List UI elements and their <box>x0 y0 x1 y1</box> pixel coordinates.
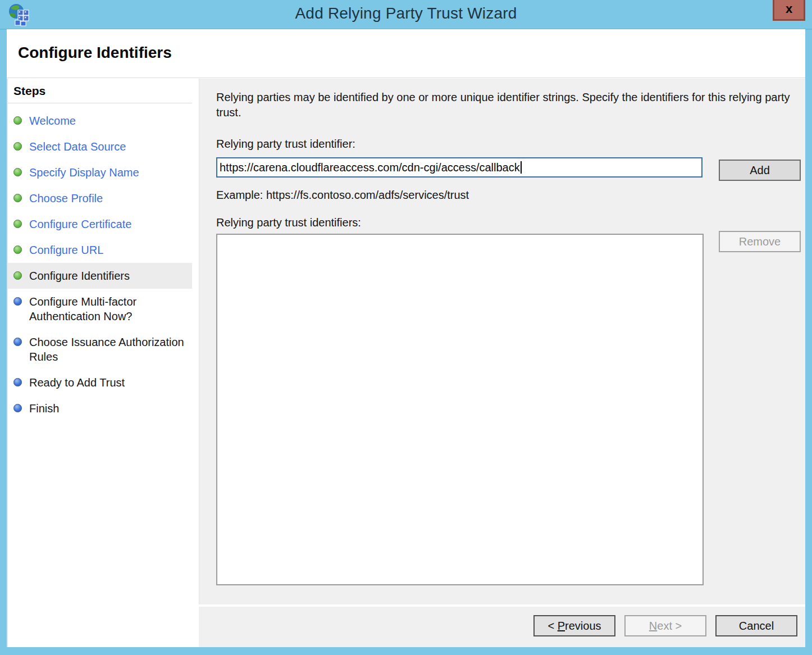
sidebar-step[interactable]: Select Data Source <box>8 134 192 160</box>
identifier-label: Relying party trust identifier: <box>216 138 355 151</box>
step-status-dot <box>13 271 22 280</box>
window-title: Add Relying Party Trust Wizard <box>0 4 812 22</box>
steps-sidebar: Steps WelcomeSelect Data SourceSpecify D… <box>7 79 192 647</box>
steps-heading: Steps <box>8 79 192 103</box>
step-label: Welcome <box>29 113 76 128</box>
sidebar-step[interactable]: Configure Certificate <box>8 211 192 237</box>
step-status-dot <box>13 297 22 306</box>
step-label: Choose Profile <box>29 191 103 206</box>
sidebar-step[interactable]: Configure URL <box>8 237 192 263</box>
wizard-content: Configure Identifiers Steps WelcomeSelec… <box>7 29 805 647</box>
configure-identifiers-panel: Relying parties may be identified by one… <box>199 79 805 604</box>
main-area: Relying parties may be identified by one… <box>192 79 805 647</box>
previous-button[interactable]: < Previous <box>533 615 615 636</box>
identifier-input[interactable]: https://carena.cloudflareaccess.com/cdn-… <box>216 157 702 178</box>
step-label: Finish <box>29 401 59 416</box>
identifiers-listbox[interactable] <box>216 234 704 585</box>
sidebar-step: Configure Identifiers <box>8 263 192 289</box>
remove-button: Remove <box>719 231 801 252</box>
step-label: Choose Issuance Authorization Rules <box>29 335 188 364</box>
text-caret <box>521 161 522 174</box>
step-status-dot <box>13 245 22 254</box>
sidebar-step[interactable]: Specify Display Name <box>8 160 192 185</box>
add-button[interactable]: Add <box>719 160 801 181</box>
page-title: Configure Identifiers <box>18 44 172 62</box>
close-button[interactable]: x <box>773 0 805 21</box>
step-status-dot <box>13 220 22 228</box>
step-status-dot <box>13 168 22 176</box>
step-label: Configure Multi-factor Authentication No… <box>29 294 188 324</box>
sidebar-step[interactable]: Welcome <box>8 108 192 134</box>
step-label: Configure Identifiers <box>29 269 130 283</box>
sidebar-step: Ready to Add Trust <box>8 370 192 395</box>
example-text: Example: https://fs.contoso.com/adfs/ser… <box>216 189 469 202</box>
identifier-input-value: https://carena.cloudflareaccess.com/cdn-… <box>220 161 520 174</box>
step-status-dot <box>13 142 22 151</box>
footer-bar: < Previous Next > Cancel <box>199 607 805 647</box>
sidebar-step: Finish <box>8 395 192 421</box>
cancel-button[interactable]: Cancel <box>715 615 797 636</box>
steps-list: WelcomeSelect Data SourceSpecify Display… <box>8 103 192 421</box>
sidebar-step: Configure Multi-factor Authentication No… <box>8 289 192 329</box>
intro-text: Relying parties may be identified by one… <box>216 90 795 120</box>
step-label: Configure URL <box>29 243 103 257</box>
step-label: Configure Certificate <box>29 217 131 231</box>
step-status-dot <box>13 378 22 386</box>
title-bar: Add Relying Party Trust Wizard x <box>0 0 812 30</box>
step-label: Specify Display Name <box>29 165 139 180</box>
step-status-dot <box>13 338 22 346</box>
sidebar-step: Choose Issuance Authorization Rules <box>8 329 192 370</box>
identifiers-list-label: Relying party trust identifiers: <box>216 216 361 229</box>
sidebar-step[interactable]: Choose Profile <box>8 185 192 211</box>
wizard-window: Add Relying Party Trust Wizard x Configu… <box>0 0 812 655</box>
step-label: Select Data Source <box>29 139 126 154</box>
step-status-dot <box>13 404 22 412</box>
step-label: Ready to Add Trust <box>29 375 125 390</box>
next-button: Next > <box>624 615 706 636</box>
step-status-dot <box>13 194 22 202</box>
step-status-dot <box>13 116 22 125</box>
page-header: Configure Identifiers <box>7 29 805 78</box>
